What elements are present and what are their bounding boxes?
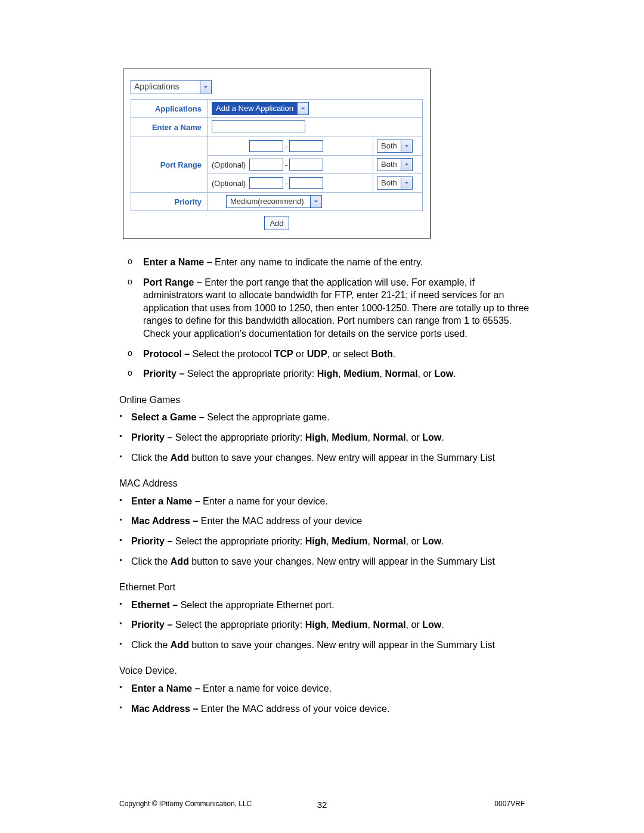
list-item: Click the Add button to save your change… — [131, 555, 534, 568]
port-to-input-3[interactable] — [289, 177, 323, 189]
footer-copyright: Copyright © IPitomy Communication, LLC — [119, 800, 252, 808]
list-item: Priority – Select the appropriate priori… — [131, 618, 534, 631]
page-footer: Copyright © IPitomy Communication, LLC 3… — [0, 800, 644, 808]
list-item: Ethernet – Select the appropriate Ethern… — [131, 599, 534, 612]
port-to-input-2[interactable] — [289, 159, 323, 171]
desc-enter-name: Enter a Name – Enter any name to indicat… — [143, 256, 534, 269]
optional-label: (Optional) — [212, 179, 249, 188]
desc-priority: Priority – Select the appropriate priori… — [143, 367, 534, 380]
qos-applications-panel: Applications Applications Add a New Appl… — [123, 69, 431, 239]
chevron-down-icon[interactable] — [310, 196, 321, 208]
protocol-dropdown-1[interactable]: Both — [377, 140, 413, 153]
list-item: Priority – Select the appropriate priori… — [131, 431, 534, 444]
list-item: Enter a Name – Enter a name for your dev… — [131, 495, 534, 508]
category-dropdown[interactable]: Applications — [131, 80, 212, 94]
list-item: Click the Add button to save your change… — [131, 451, 534, 465]
port-from-input-1[interactable] — [249, 140, 283, 152]
priority-label: Priority — [131, 193, 208, 211]
section-voice-device: Voice Device. — [119, 664, 534, 677]
port-to-input-1[interactable] — [289, 140, 323, 152]
list-item: Mac Address – Enter the MAC address of y… — [131, 515, 534, 528]
field-descriptions: Enter a Name – Enter any name to indicat… — [143, 256, 534, 380]
applications-label: Applications — [131, 100, 208, 118]
applications-dropdown[interactable]: Add a New Application — [212, 102, 309, 115]
list-item: Click the Add button to save your change… — [131, 639, 534, 652]
add-button[interactable]: Add — [264, 216, 289, 230]
name-input[interactable] — [212, 120, 305, 132]
chevron-down-icon[interactable] — [401, 159, 412, 171]
footer-docid: 0007VRF — [494, 800, 525, 808]
page-number: 32 — [317, 800, 327, 810]
port-from-input-3[interactable] — [249, 177, 283, 189]
category-dropdown-value: Applications — [131, 80, 200, 94]
list-item: Mac Address – Enter the MAC address of y… — [131, 702, 534, 716]
desc-port-range: Port Range – Enter the port range that t… — [143, 276, 534, 340]
enter-name-label: Enter a Name — [131, 118, 208, 137]
applications-dropdown-value: Add a New Application — [212, 103, 297, 114]
priority-dropdown[interactable]: Medium(recommend) — [226, 195, 322, 208]
port-from-input-2[interactable] — [249, 159, 283, 171]
list-item: Priority – Select the appropriate priori… — [131, 535, 534, 548]
section-mac-address: MAC Address — [119, 477, 534, 490]
port-range-label: Port Range — [131, 137, 208, 193]
desc-protocol: Protocol – Select the protocol TCP or UD… — [143, 348, 534, 361]
chevron-down-icon[interactable] — [401, 140, 412, 152]
chevron-down-icon[interactable] — [401, 177, 412, 189]
applications-form-table: Applications Add a New Application Enter… — [131, 99, 423, 211]
section-online-games: Online Games — [119, 394, 534, 407]
protocol-dropdown-2[interactable]: Both — [377, 158, 413, 171]
list-item: Enter a Name – Enter a name for voice de… — [131, 682, 534, 695]
chevron-down-icon[interactable] — [200, 80, 211, 94]
optional-label: (Optional) — [212, 160, 249, 169]
list-item: Select a Game – Select the appropriate g… — [131, 411, 534, 424]
protocol-dropdown-3[interactable]: Both — [377, 176, 413, 190]
section-ethernet-port: Ethernet Port — [119, 581, 534, 594]
chevron-down-icon[interactable] — [297, 103, 308, 114]
